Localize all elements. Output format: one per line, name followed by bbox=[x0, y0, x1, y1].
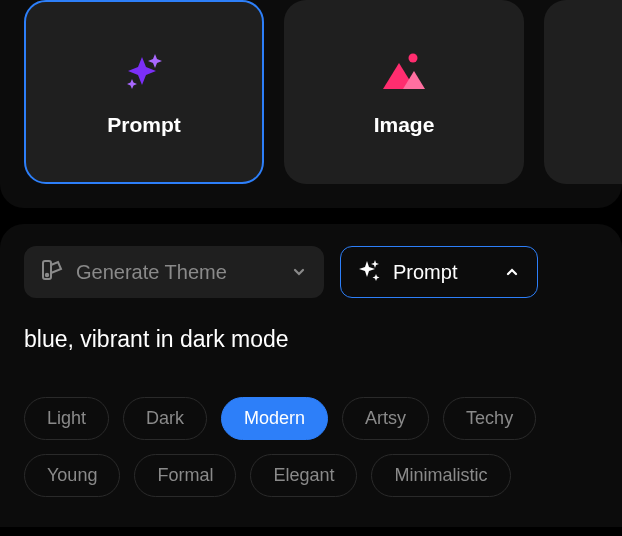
mode-card-prompt[interactable]: Prompt bbox=[24, 0, 264, 184]
prompt-text[interactable]: blue, vibrant in dark mode bbox=[24, 326, 598, 353]
chip-artsy[interactable]: Artsy bbox=[342, 397, 429, 440]
generate-theme-dropdown[interactable]: Generate Theme bbox=[24, 246, 324, 298]
swatch-icon bbox=[40, 258, 64, 286]
chip-dark[interactable]: Dark bbox=[123, 397, 207, 440]
chip-modern[interactable]: Modern bbox=[221, 397, 328, 440]
image-mountain-icon bbox=[379, 47, 429, 95]
svg-point-0 bbox=[409, 54, 418, 63]
chevron-up-icon bbox=[503, 263, 521, 281]
sparkle-icon bbox=[122, 47, 166, 95]
svg-point-2 bbox=[46, 274, 48, 276]
chip-formal[interactable]: Formal bbox=[134, 454, 236, 497]
dropdown-label: Generate Theme bbox=[76, 261, 227, 284]
chip-young[interactable]: Young bbox=[24, 454, 120, 497]
chip-techy[interactable]: Techy bbox=[443, 397, 536, 440]
mode-selector-panel: Prompt Image URL bbox=[0, 0, 622, 208]
mode-card-image[interactable]: Image bbox=[284, 0, 524, 184]
chip-elegant[interactable]: Elegant bbox=[250, 454, 357, 497]
mode-dropdown[interactable]: Prompt bbox=[340, 246, 538, 298]
chip-light[interactable]: Light bbox=[24, 397, 109, 440]
chip-minimalistic[interactable]: Minimalistic bbox=[371, 454, 510, 497]
prompt-config-panel: Generate Theme Prompt bbox=[0, 224, 622, 527]
mode-card-label: Image bbox=[374, 113, 435, 137]
dropdown-label: Prompt bbox=[393, 261, 457, 284]
sparkle-icon bbox=[357, 258, 381, 286]
mode-card-url[interactable]: URL bbox=[544, 0, 622, 184]
mode-card-label: Prompt bbox=[107, 113, 181, 137]
dropdown-row: Generate Theme Prompt bbox=[24, 246, 598, 298]
style-chips: Light Dark Modern Artsy Techy Young Form… bbox=[24, 397, 598, 497]
chevron-down-icon bbox=[290, 263, 308, 281]
